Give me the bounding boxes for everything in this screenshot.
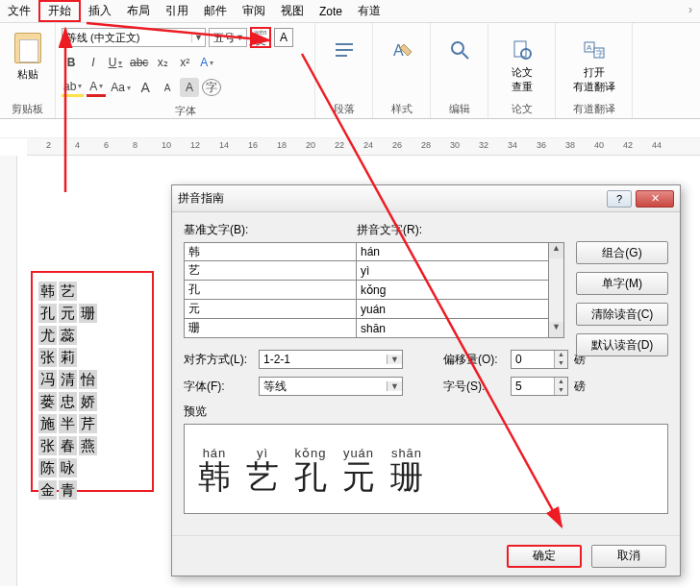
- clear-reading-button[interactable]: 清除读音(C): [576, 303, 668, 326]
- base-cell[interactable]: 珊: [184, 319, 357, 338]
- paste-label: 粘贴: [17, 67, 38, 82]
- styles-icon[interactable]: A: [387, 35, 417, 65]
- base-cell[interactable]: 韩: [184, 242, 357, 261]
- ruby-table-scrollbar[interactable]: ▲ ▼: [549, 242, 564, 338]
- name-char: 燕: [79, 436, 97, 455]
- preview-base: 艺: [246, 460, 279, 493]
- ruby-cell[interactable]: hán: [357, 242, 549, 261]
- ruler-horizontal[interactable]: 2468101214161820222426283032343638404244: [27, 138, 700, 156]
- mono-button[interactable]: 单字(M): [576, 272, 668, 295]
- italic-button[interactable]: I: [84, 53, 103, 72]
- font-combo[interactable]: 等线▼: [259, 377, 403, 396]
- menu-home[interactable]: 开始: [38, 0, 81, 22]
- text-effects-button[interactable]: A: [197, 53, 216, 72]
- underline-button[interactable]: U: [106, 53, 125, 72]
- name-char: 艺: [59, 282, 77, 301]
- ribbon: 粘贴 剪贴板 等线 (中文正文)▼ 五号▼ wén 文 A B I U abc …: [0, 23, 700, 119]
- default-reading-button[interactable]: 默认读音(D): [576, 333, 668, 356]
- menu-youdao[interactable]: 有道: [350, 0, 388, 22]
- base-cell[interactable]: 孔: [184, 281, 357, 300]
- grow-font-button[interactable]: A: [136, 78, 155, 97]
- group-paragraph: 段落: [315, 23, 373, 118]
- ruler-tick: 24: [363, 140, 373, 150]
- group-font: 等线 (中文正文)▼ 五号▼ wén 文 A B I U abc x₂ x² A…: [56, 23, 315, 118]
- name-char: 张: [38, 348, 57, 367]
- ruby-cell[interactable]: yuán: [357, 300, 549, 319]
- group-styles: A 样式: [373, 23, 431, 118]
- lunwen-icon[interactable]: [507, 35, 538, 65]
- base-cell[interactable]: 艺: [184, 261, 357, 281]
- font-color-button[interactable]: A: [87, 78, 106, 97]
- char-border-button[interactable]: A: [274, 28, 293, 47]
- name-char: 娇: [79, 392, 97, 411]
- menu-view[interactable]: 视图: [273, 0, 312, 22]
- ruler-vertical[interactable]: [0, 156, 17, 586]
- menu-layout[interactable]: 布局: [119, 0, 158, 22]
- paste-icon[interactable]: [14, 33, 41, 63]
- group-label-paragraph: 段落: [334, 100, 355, 116]
- size-label: 字号(S):: [443, 379, 505, 395]
- find-icon[interactable]: [444, 35, 475, 65]
- dialog-titlebar[interactable]: 拼音指南 ? ✕: [172, 185, 680, 212]
- subscript-button[interactable]: x₂: [153, 53, 172, 72]
- highlight-button[interactable]: ab: [62, 78, 84, 97]
- scroll-up-icon[interactable]: ▲: [549, 243, 563, 258]
- translate-icon[interactable]: A字: [579, 35, 610, 65]
- ruler-tick: 10: [162, 140, 171, 150]
- svg-point-4: [452, 42, 463, 54]
- phonetic-guide-button[interactable]: wén 文: [250, 27, 271, 48]
- ruler-tick: 38: [565, 140, 575, 150]
- paragraph-icon[interactable]: [329, 35, 360, 65]
- group-label-styles: 样式: [391, 100, 412, 116]
- preview-char: yì艺: [246, 446, 279, 493]
- superscript-button[interactable]: x²: [175, 53, 194, 72]
- combine-button[interactable]: 组合(G): [576, 241, 668, 264]
- preview-char: yuán元: [342, 446, 375, 493]
- align-combo[interactable]: 1-2-1▼: [259, 350, 403, 369]
- menu-mailings[interactable]: 邮件: [196, 0, 235, 22]
- base-cell[interactable]: 元: [184, 300, 357, 319]
- ruler-tick: 42: [623, 140, 633, 150]
- menu-review[interactable]: 审阅: [235, 0, 273, 22]
- menu-more[interactable]: ›: [681, 0, 700, 22]
- strike-button[interactable]: abc: [128, 53, 150, 72]
- size-spin[interactable]: 5 ▲▼: [511, 377, 568, 396]
- enclose-char-button[interactable]: 字: [202, 79, 221, 96]
- ruler-tick: 32: [479, 140, 488, 150]
- menu-references[interactable]: 引用: [158, 0, 196, 22]
- dialog-close-button[interactable]: ✕: [636, 190, 674, 208]
- ruler-tick: 22: [335, 140, 344, 150]
- font-size-combo[interactable]: 五号▼: [209, 28, 247, 47]
- ruby-cell[interactable]: yì: [357, 261, 549, 281]
- name-char: 蒌: [38, 392, 57, 411]
- hscroll-area: [0, 119, 700, 138]
- change-case-button[interactable]: Aa: [109, 78, 133, 97]
- name-char: 元: [59, 304, 77, 323]
- ruler-tick: 8: [133, 140, 138, 150]
- offset-spin[interactable]: 0 ▲▼: [511, 350, 568, 369]
- name-row: 陈咏: [38, 458, 146, 478]
- char-shading-button[interactable]: A: [180, 78, 199, 97]
- menu-file[interactable]: 文件: [0, 0, 38, 22]
- font-name-combo[interactable]: 等线 (中文正文)▼: [62, 28, 206, 47]
- name-char: 忠: [59, 392, 77, 411]
- name-row: 张莉: [38, 348, 146, 367]
- dialog-help-button[interactable]: ?: [607, 190, 632, 208]
- menu-zotero[interactable]: Zote: [312, 0, 350, 22]
- name-char: 青: [59, 480, 77, 500]
- ruby-cell[interactable]: kǒng: [357, 281, 549, 300]
- group-label-editing: 编辑: [449, 100, 470, 116]
- scroll-down-icon[interactable]: ▼: [549, 322, 563, 337]
- youdao-line2: 有道翻译: [573, 80, 615, 94]
- shrink-font-button[interactable]: A: [158, 78, 177, 97]
- name-char: 珊: [79, 304, 97, 323]
- menu-insert[interactable]: 插入: [81, 0, 119, 22]
- lunwen-line2: 查重: [512, 80, 533, 94]
- group-youdao: A字 打开 有道翻译 有道翻译: [556, 23, 633, 118]
- svg-rect-1: [336, 49, 353, 51]
- bold-button[interactable]: B: [62, 53, 81, 72]
- ruby-cell[interactable]: shān: [357, 319, 549, 338]
- lunwen-line1: 论文: [512, 65, 533, 80]
- cancel-button[interactable]: 取消: [591, 545, 666, 568]
- ok-button[interactable]: 确定: [507, 545, 582, 568]
